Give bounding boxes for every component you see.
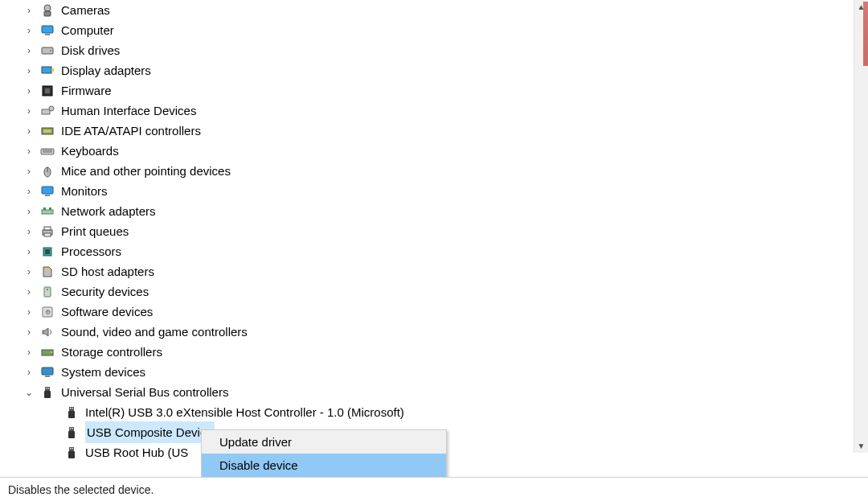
tree-item-mice[interactable]: › Mice and other pointing devices [0, 161, 868, 181]
svg-rect-46 [69, 427, 74, 431]
svg-rect-47 [70, 428, 72, 429]
svg-rect-44 [72, 408, 74, 409]
svg-rect-22 [43, 207, 46, 210]
expand-icon[interactable]: › [23, 185, 35, 198]
tree-item-firmware[interactable]: › Firmware [0, 80, 868, 101]
svg-text:⚙: ⚙ [45, 309, 51, 316]
tree-item-label: Mice and other pointing devices [61, 161, 231, 181]
svg-rect-26 [44, 233, 51, 236]
expand-icon[interactable]: › [23, 44, 35, 57]
svg-rect-52 [72, 448, 74, 450]
sd-icon [40, 265, 55, 279]
tree-item-label: Display adapters [61, 60, 151, 80]
expand-icon[interactable]: › [23, 165, 35, 178]
svg-rect-20 [45, 195, 50, 196]
svg-rect-30 [44, 287, 51, 297]
usb-icon [64, 425, 79, 440]
context-item-update-driver[interactable]: Update driver [202, 430, 446, 454]
tree-item-monitors[interactable]: › Monitors [0, 181, 868, 201]
context-item-disable-device[interactable]: Disable device [202, 454, 446, 477]
tree-item-security[interactable]: › Security devices [0, 281, 868, 302]
svg-rect-37 [45, 376, 50, 377]
tree-item-software[interactable]: › ⚙ Software devices [0, 302, 868, 322]
expand-icon[interactable]: › [23, 326, 35, 339]
tree-item-printqueues[interactable]: › Print queues [0, 221, 868, 241]
tree-item-label: USB Root Hub (US [85, 442, 188, 462]
expand-icon[interactable]: › [23, 84, 35, 97]
expand-icon[interactable]: › [23, 265, 35, 278]
tree-item-label: System devices [61, 362, 145, 382]
expand-icon[interactable]: › [23, 64, 35, 77]
expand-icon[interactable]: › [23, 366, 35, 379]
tree-item-usb-xhci[interactable]: Intel(R) USB 3.0 eXtensible Host Control… [0, 402, 868, 422]
svg-rect-10 [42, 109, 50, 114]
tree-item-label: Processors [61, 241, 121, 261]
mouse-icon [40, 164, 55, 179]
tree-item-label: Intel(R) USB 3.0 eXtensible Host Control… [85, 402, 404, 422]
svg-rect-3 [45, 34, 50, 35]
expand-icon[interactable]: › [23, 306, 35, 318]
tree-item-label: Print queues [61, 221, 129, 241]
tree-item-label: Computer [61, 20, 114, 40]
tree-item-sdhost[interactable]: › SD host adapters [0, 261, 868, 281]
context-menu[interactable]: Update driver Disable device Uninstall d… [201, 429, 447, 477]
tree-item-storage[interactable]: › Storage controllers [0, 342, 868, 362]
svg-rect-49 [68, 431, 75, 438]
expand-icon[interactable]: › [23, 24, 35, 37]
usb-icon [40, 385, 55, 400]
cpu-icon [40, 244, 55, 259]
monitor-icon [40, 184, 55, 199]
status-text: Disables the selected device. [3, 483, 158, 496]
tree-item-label: Cameras [61, 0, 110, 20]
tree-item-sound[interactable]: › Sound, video and game controllers [0, 322, 868, 342]
tree-item-label: Software devices [61, 302, 153, 322]
svg-rect-36 [42, 368, 53, 375]
tree-item-label: USB Composite Device [87, 425, 213, 439]
svg-rect-23 [49, 207, 51, 210]
tree-item-system[interactable]: › System devices [0, 362, 868, 382]
context-item-label: Disable device [219, 458, 298, 472]
svg-rect-45 [68, 411, 75, 418]
tree-item-hid[interactable]: › Human Interface Devices [0, 101, 868, 121]
svg-rect-7 [51, 68, 54, 72]
tree-item-label: Universal Serial Bus controllers [61, 382, 228, 402]
tree-item-computer[interactable]: › Computer [0, 20, 868, 40]
svg-point-31 [47, 289, 48, 290]
svg-rect-19 [42, 187, 53, 194]
printer-icon [40, 224, 55, 239]
scroll-down-button[interactable]: ▼ [854, 439, 868, 453]
device-tree[interactable]: › Cameras › Computer › Disk drives › Dis… [0, 0, 868, 477]
svg-point-5 [50, 50, 51, 51]
tree-item-ide[interactable]: › IDE ATA/ATAPI controllers [0, 121, 868, 141]
vertical-scrollbar[interactable]: ▲ ▼ [854, 0, 868, 453]
tree-item-cameras[interactable]: › Cameras [0, 0, 868, 20]
storage-icon [40, 345, 55, 359]
tree-item-network[interactable]: › Network adapters [0, 201, 868, 221]
svg-rect-51 [70, 448, 72, 450]
svg-point-0 [44, 5, 51, 11]
network-icon [40, 204, 55, 219]
system-icon [40, 365, 55, 380]
svg-point-11 [49, 106, 54, 111]
svg-rect-43 [70, 408, 72, 409]
expand-icon[interactable]: › [23, 245, 35, 258]
tree-item-processors[interactable]: › Processors [0, 241, 868, 261]
expand-icon[interactable]: › [23, 225, 35, 238]
svg-rect-21 [42, 210, 53, 214]
tree-item-label: Sound, video and game controllers [61, 322, 248, 342]
expand-icon[interactable]: › [23, 4, 35, 17]
tree-item-diskdrives[interactable]: › Disk drives [0, 40, 868, 60]
camera-icon [40, 3, 55, 18]
tree-item-usb[interactable]: ⌄ Universal Serial Bus controllers [0, 382, 868, 402]
keyboard-icon [40, 144, 55, 158]
collapse-icon[interactable]: ⌄ [23, 386, 35, 399]
svg-rect-2 [42, 26, 53, 33]
expand-icon[interactable]: › [23, 205, 35, 218]
expand-icon[interactable]: › [23, 105, 35, 117]
expand-icon[interactable]: › [23, 145, 35, 158]
tree-item-keyboards[interactable]: › Keyboards [0, 141, 868, 161]
tree-item-display[interactable]: › Display adapters [0, 60, 868, 80]
expand-icon[interactable]: › [23, 125, 35, 138]
expand-icon[interactable]: › [23, 346, 35, 359]
expand-icon[interactable]: › [23, 285, 35, 298]
